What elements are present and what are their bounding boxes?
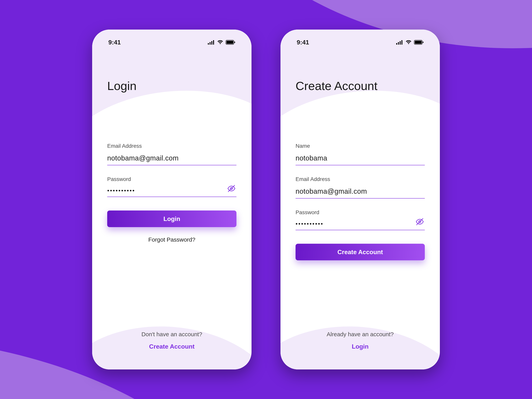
status-bar: 9:41	[296, 33, 425, 52]
login-form: Email Address Password Login Forgot Pass…	[107, 143, 236, 243]
email-field-group: Email Address	[296, 176, 425, 198]
battery-icon	[414, 40, 424, 44]
footer-prompt: Don't have an account?	[107, 331, 236, 338]
cellular-signal-icon	[396, 40, 403, 44]
login-footer: Don't have an account? Create Account	[107, 331, 236, 350]
password-field-group: Password	[107, 176, 236, 197]
battery-icon	[226, 40, 235, 44]
signup-form: Name Email Address Password Create Accou…	[296, 143, 425, 260]
wifi-icon	[217, 40, 223, 44]
page-title: Create Account	[296, 79, 425, 93]
password-input[interactable]	[296, 219, 425, 230]
signup-footer: Already have an account? Login	[296, 331, 425, 350]
svg-rect-11	[400, 41, 401, 44]
name-field-group: Name	[296, 143, 425, 165]
svg-rect-3	[213, 40, 214, 44]
login-button[interactable]: Login	[107, 210, 236, 227]
name-label: Name	[296, 143, 425, 149]
signup-phone-frame: 9:41 Create Account Name	[280, 30, 440, 369]
email-label: Email Address	[107, 143, 236, 149]
password-label: Password	[107, 176, 236, 182]
svg-rect-15	[423, 42, 424, 43]
svg-rect-6	[234, 42, 235, 43]
login-phone-frame: 9:41 Login Email Address	[92, 30, 252, 369]
svg-rect-14	[415, 41, 422, 44]
status-bar: 9:41	[107, 33, 236, 52]
status-icons	[208, 40, 235, 44]
footer-prompt: Already have an account?	[296, 331, 425, 338]
password-input[interactable]	[107, 186, 236, 197]
cellular-signal-icon	[208, 40, 215, 44]
page-title: Login	[107, 79, 236, 93]
status-icons	[396, 40, 424, 44]
svg-rect-5	[226, 41, 233, 44]
wifi-icon	[405, 40, 412, 44]
eye-off-icon[interactable]	[416, 217, 424, 227]
eye-off-icon[interactable]	[227, 184, 236, 194]
svg-rect-9	[396, 43, 397, 44]
email-input[interactable]	[107, 152, 236, 165]
svg-rect-10	[398, 42, 399, 44]
stage: 9:41 Login Email Address	[0, 0, 532, 399]
login-link[interactable]: Login	[296, 343, 425, 350]
email-input[interactable]	[296, 186, 425, 198]
status-time: 9:41	[297, 39, 309, 46]
svg-rect-0	[208, 43, 209, 44]
password-label: Password	[296, 209, 425, 215]
forgot-password-link[interactable]: Forgot Password?	[107, 236, 236, 243]
create-account-button[interactable]: Create Account	[296, 244, 425, 260]
name-input[interactable]	[296, 152, 425, 165]
password-field-group: Password	[296, 209, 425, 230]
svg-rect-12	[401, 40, 402, 44]
status-time: 9:41	[108, 39, 121, 46]
email-label: Email Address	[296, 176, 425, 182]
svg-rect-1	[209, 42, 210, 44]
create-account-link[interactable]: Create Account	[107, 343, 236, 350]
email-field-group: Email Address	[107, 143, 236, 165]
svg-rect-2	[211, 41, 212, 44]
